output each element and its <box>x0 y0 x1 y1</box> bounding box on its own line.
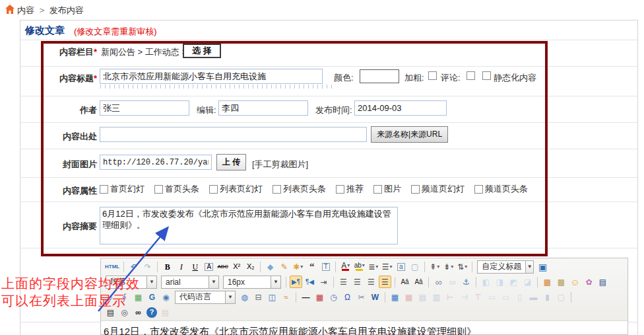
eraser-icon[interactable]: ◆ <box>264 260 276 273</box>
font-color-icon[interactable]: A▾ <box>339 260 352 273</box>
chevron-down-icon[interactable]: ▼ <box>209 276 218 288</box>
chevron-down-icon[interactable]: ▼ <box>271 276 280 288</box>
font-family-select[interactable]: arial▼ <box>161 276 219 289</box>
fullscreen-preview-icon[interactable]: ▣ <box>536 260 549 273</box>
italic-icon[interactable]: I <box>175 260 187 273</box>
chevron-down-icon[interactable]: ▾ <box>300 264 303 270</box>
highlight-color-icon[interactable]: ab▾ <box>353 260 366 273</box>
static-content-checkbox[interactable] <box>482 71 491 80</box>
google-map-icon[interactable]: G <box>146 291 158 303</box>
find-replace-icon[interactable]: ∞ <box>132 306 145 318</box>
help-icon[interactable]: ? <box>146 307 157 318</box>
emoticon-icon[interactable]: ☺ <box>569 276 581 288</box>
code-language-select[interactable]: 代码语言▼ <box>175 291 236 304</box>
attribute-option-图片[interactable]: 图片 <box>373 183 401 195</box>
chevron-down-icon[interactable]: ▾ <box>390 264 393 270</box>
insert-image-icon[interactable]: ▩ <box>541 276 554 288</box>
ltr-paragraph-icon[interactable]: ▶¶ <box>290 276 302 288</box>
rtl-paragraph-icon[interactable]: ¶◀ <box>304 276 316 288</box>
attribute-option-推荐[interactable]: 推荐 <box>336 183 364 195</box>
chevron-down-icon[interactable]: ▾ <box>347 262 350 268</box>
select-category-button[interactable]: 选 择 <box>183 44 221 58</box>
chevron-down-icon[interactable]: ▾ <box>375 264 378 270</box>
attribute-checkbox[interactable] <box>209 185 218 194</box>
paste-as-text-icon[interactable]: T <box>319 260 332 273</box>
special-character-icon[interactable]: Ω <box>341 291 354 303</box>
underline-icon[interactable]: U <box>189 260 201 273</box>
new-document-icon[interactable]: ▢ <box>408 260 421 273</box>
strikethrough-icon[interactable]: ABC <box>216 260 229 273</box>
indent-icon[interactable]: ⇥ <box>317 276 330 288</box>
chevron-down-icon[interactable]: ▼ <box>525 261 533 273</box>
line-spacing-icon[interactable]: ⇞▾ <box>428 260 441 273</box>
attribute-option-首页头条[interactable]: 首页头条 <box>154 183 199 195</box>
remote-image-grab-icon[interactable]: ≈ <box>280 291 292 303</box>
insert-video-icon[interactable]: ▤ <box>596 276 609 288</box>
attribute-checkbox[interactable] <box>273 185 281 194</box>
auto-typeset-icon[interactable]: ✱▾ <box>292 260 304 273</box>
chevron-down-icon[interactable]: ▾ <box>465 264 467 270</box>
format-brush-icon[interactable]: ✎ <box>278 260 290 273</box>
attribute-checkbox[interactable] <box>154 185 163 194</box>
source-code-icon[interactable]: HTML <box>104 260 120 273</box>
ordered-list-icon[interactable]: ≣▾ <box>367 260 379 273</box>
paragraph-spacing-icon[interactable]: ⇅▾ <box>456 260 468 273</box>
chevron-down-icon[interactable]: ▾ <box>362 262 365 268</box>
insert-date-icon[interactable]: ▦ <box>313 291 326 303</box>
insert-code-icon[interactable]: ◍ <box>238 291 251 303</box>
horizontal-rule-icon[interactable]: — <box>300 291 312 303</box>
title-color-input[interactable] <box>360 69 399 83</box>
insert-form-icon[interactable]: ✂ <box>355 291 368 303</box>
to-lowercase-icon[interactable]: Aâ <box>412 276 425 288</box>
insert-table-icon[interactable]: ▦ <box>389 291 401 303</box>
source-name-url-button[interactable]: 来源名称|来源URL <box>371 126 448 143</box>
attribute-option-频道页头条[interactable]: 频道页头条 <box>474 183 528 195</box>
bold-icon[interactable]: B <box>161 260 174 273</box>
undo-icon[interactable]: ↶ <box>127 260 140 273</box>
chevron-down-icon[interactable]: ▼ <box>225 291 235 303</box>
title-input[interactable] <box>100 69 323 84</box>
paragraph-spacing-top-icon[interactable]: ⇟▾ <box>442 260 455 273</box>
font-style-icon[interactable]: A <box>203 260 215 273</box>
comment-checkbox[interactable] <box>467 71 475 80</box>
align-center-icon[interactable]: ☰ <box>351 276 364 288</box>
align-right-icon[interactable]: ☰ <box>365 276 377 288</box>
bold-checkbox[interactable] <box>428 71 437 80</box>
attribute-checkbox[interactable] <box>474 185 483 194</box>
breadcrumb-item-publish[interactable]: 发布内容 <box>49 5 84 15</box>
word-import-icon[interactable]: W <box>369 291 381 303</box>
superscript-icon[interactable]: X² <box>230 260 243 273</box>
blockquote-icon[interactable]: “ <box>306 260 318 273</box>
redo-icon[interactable]: ↷ <box>141 260 154 273</box>
upload-button[interactable]: 上 传 <box>216 154 246 170</box>
subscript-icon[interactable]: X₂ <box>244 260 257 273</box>
attribute-option-首页幻灯[interactable]: 首页幻灯 <box>100 183 145 195</box>
photo-album-icon[interactable]: ▩ <box>555 276 567 288</box>
home-icon[interactable] <box>5 4 15 15</box>
insert-media-icon[interactable]: ◉ <box>160 291 172 303</box>
chevron-down-icon[interactable]: ▼ <box>146 276 156 288</box>
chevron-down-icon[interactable]: ▾ <box>437 264 439 270</box>
align-left-icon[interactable]: ☰ <box>337 276 350 288</box>
page-break-icon[interactable]: ⊟ <box>252 291 265 303</box>
source-input[interactable] <box>100 127 367 142</box>
insert-time-icon[interactable]: ◷ <box>327 291 340 303</box>
inline-code-icon[interactable]: a <box>395 260 407 273</box>
summary-textarea[interactable]: 6月12日，市发改委发布《北京市示范应用新能源小客车自用充电设施建设管理细则》。 <box>100 207 398 244</box>
attribute-checkbox[interactable] <box>336 185 344 194</box>
attribute-option-列表页幻灯[interactable]: 列表页幻灯 <box>209 183 263 195</box>
insert-iframe-icon[interactable]: ◫ <box>266 291 278 303</box>
align-justify-icon[interactable]: ☰ <box>379 276 391 288</box>
publish-time-input[interactable] <box>354 100 447 116</box>
attribute-option-频道页幻灯[interactable]: 频道页幻灯 <box>411 183 465 195</box>
attribute-checkbox[interactable] <box>411 185 420 194</box>
chevron-down-icon[interactable]: ▾ <box>451 264 453 270</box>
unordered-list-icon[interactable]: ☰▾ <box>381 260 393 273</box>
editor-content-area[interactable]: 6月12日，市发改委发布《北京市示范应用新能源小客车自用充电设施建设管理细则》 <box>101 321 628 335</box>
insert-link-icon[interactable]: ∞ <box>432 276 445 288</box>
custom-heading-select[interactable]: 自定义标题▼ <box>477 260 534 274</box>
paint-palette-icon[interactable]: ✿ <box>583 276 595 288</box>
font-size-select[interactable]: 16px▼ <box>223 276 281 289</box>
author-input[interactable] <box>100 100 189 116</box>
attribute-checkbox[interactable] <box>373 185 382 194</box>
